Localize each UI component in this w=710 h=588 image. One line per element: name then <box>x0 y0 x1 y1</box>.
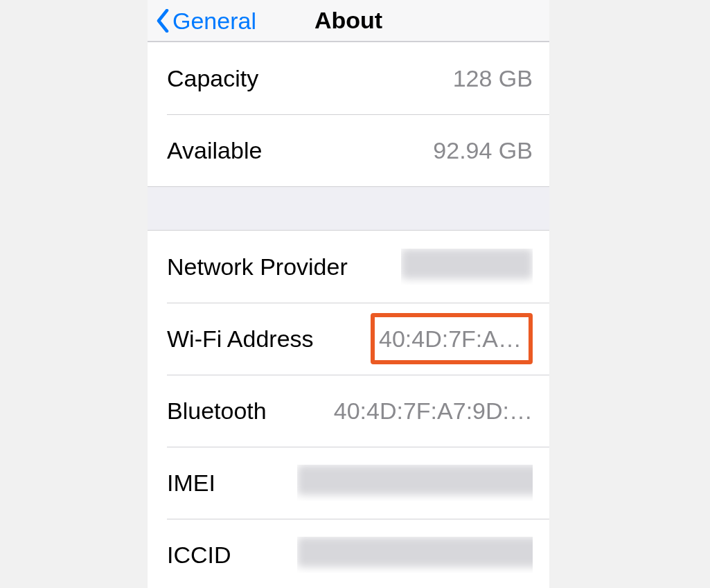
back-button[interactable]: General <box>156 0 256 42</box>
wifi-address-label: Wi-Fi Address <box>167 326 314 353</box>
chevron-left-icon <box>156 9 170 33</box>
network-group: Network Provider Wi-Fi Address 40:4D:7F:… <box>148 230 549 588</box>
bluetooth-value: 40:4D:7F:A7:9D:… <box>334 398 533 425</box>
imei-value <box>297 465 533 501</box>
settings-about-screen: General About Capacity 128 GB Available … <box>148 0 549 588</box>
row-capacity[interactable]: Capacity 128 GB <box>148 42 549 114</box>
available-value: 92.94 GB <box>433 137 533 164</box>
row-iccid[interactable]: ICCID <box>148 519 549 588</box>
network-provider-label: Network Provider <box>167 253 348 280</box>
row-network-provider[interactable]: Network Provider <box>148 231 549 303</box>
redacted-value <box>401 249 533 279</box>
capacity-label: Capacity <box>167 65 258 92</box>
storage-group: Capacity 128 GB Available 92.94 GB <box>148 42 549 187</box>
section-gap <box>148 187 549 230</box>
row-wifi-address[interactable]: Wi-Fi Address 40:4D:7F:A… <box>148 303 549 375</box>
redacted-value <box>297 537 533 567</box>
network-provider-value <box>401 249 533 285</box>
bluetooth-label: Bluetooth <box>167 398 267 425</box>
redacted-value <box>297 465 533 495</box>
row-imei[interactable]: IMEI <box>148 447 549 519</box>
iccid-label: ICCID <box>167 542 231 569</box>
wifi-address-value: 40:4D:7F:A… <box>371 313 533 364</box>
available-label: Available <box>167 137 262 164</box>
iccid-value <box>297 537 533 573</box>
capacity-value: 128 GB <box>453 65 533 92</box>
imei-label: IMEI <box>167 470 215 497</box>
navbar: General About <box>148 0 549 42</box>
page-title: About <box>279 7 418 34</box>
row-bluetooth[interactable]: Bluetooth 40:4D:7F:A7:9D:… <box>148 375 549 447</box>
row-available[interactable]: Available 92.94 GB <box>148 114 549 186</box>
back-label: General <box>172 8 256 35</box>
